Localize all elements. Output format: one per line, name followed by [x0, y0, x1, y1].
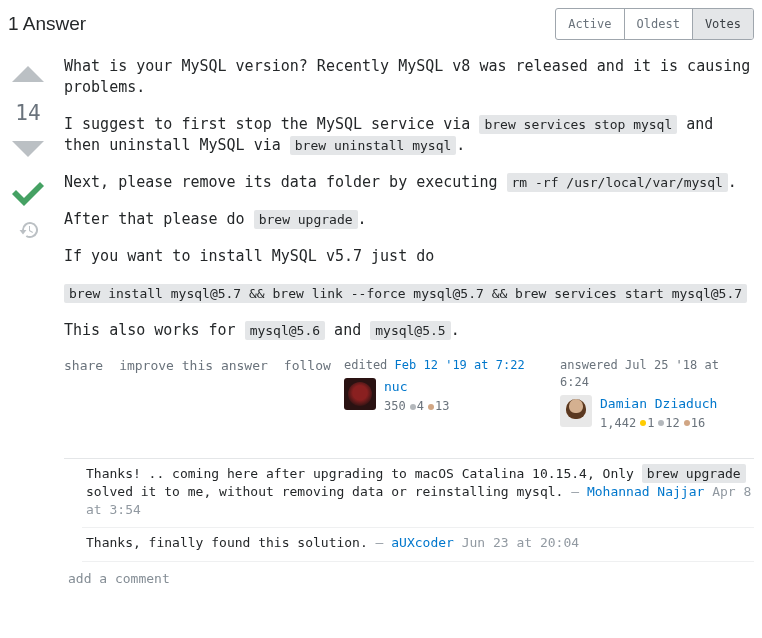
- downvote-button[interactable]: [10, 131, 46, 170]
- improve-link[interactable]: improve this answer: [119, 357, 268, 375]
- edit-date-link[interactable]: Feb 12 '19 at 7:22: [395, 358, 525, 372]
- author-name-link[interactable]: Damian Dziaduch: [600, 396, 717, 411]
- answer-post: 14 What is your MySQL version? Recently …: [8, 56, 754, 588]
- follow-link[interactable]: follow: [284, 357, 331, 375]
- add-comment-link[interactable]: add a comment: [64, 562, 754, 588]
- sort-tabs: Active Oldest Votes: [555, 8, 754, 40]
- paragraph: I suggest to first stop the MySQL servic…: [64, 114, 754, 156]
- comment: Thanks, finally found this solution. — a…: [82, 528, 754, 561]
- tab-votes[interactable]: Votes: [693, 9, 753, 39]
- inline-code: mysql@5.5: [370, 321, 450, 340]
- accepted-check-icon: [10, 176, 46, 215]
- share-link[interactable]: share: [64, 357, 103, 375]
- inline-code: brew uninstall mysql: [290, 136, 457, 155]
- paragraph: After that please do brew upgrade.: [64, 209, 754, 230]
- answers-heading: 1 Answer: [8, 13, 86, 35]
- answer-body: What is your MySQL version? Recently MyS…: [64, 56, 754, 588]
- paragraph: If you want to install MySQL v5.7 just d…: [64, 246, 754, 267]
- avatar[interactable]: [560, 395, 592, 427]
- comment-date: Jun 23 at 20:04: [462, 535, 579, 550]
- tab-active[interactable]: Active: [556, 9, 624, 39]
- upvote-button[interactable]: [10, 56, 46, 95]
- paragraph: Next, please remove its data folder by e…: [64, 172, 754, 193]
- comment: Thanks! .. coming here after upgrading t…: [82, 459, 754, 529]
- comments-list: Thanks! .. coming here after upgrading t…: [64, 458, 754, 562]
- paragraph: What is your MySQL version? Recently MyS…: [64, 56, 754, 98]
- inline-code: brew services stop mysql: [479, 115, 677, 134]
- editor-name-link[interactable]: nuc: [384, 379, 407, 394]
- author-rep: 1,44211216: [600, 415, 717, 432]
- avatar[interactable]: [344, 378, 376, 410]
- inline-code: brew upgrade: [642, 464, 746, 483]
- inline-code: mysql@5.6: [245, 321, 325, 340]
- vote-cell: 14: [8, 56, 48, 588]
- author-signature: answered Jul 25 '18 at 6:24 Damian Dziad…: [554, 351, 754, 438]
- comment-user-link[interactable]: Mohannad Najjar: [587, 484, 704, 499]
- editor-signature: edited Feb 12 '19 at 7:22 nuc 350413: [338, 351, 538, 438]
- vote-score: 14: [15, 101, 40, 125]
- history-icon[interactable]: [19, 221, 38, 242]
- inline-code: rm -rf /usr/local/var/mysql: [507, 173, 728, 192]
- tab-oldest[interactable]: Oldest: [625, 9, 693, 39]
- paragraph: This also works for mysql@5.6 and mysql@…: [64, 320, 754, 341]
- paragraph: brew install mysql@5.7 && brew link --fo…: [64, 283, 754, 304]
- inline-code: brew upgrade: [254, 210, 358, 229]
- editor-rep: 350413: [384, 398, 449, 415]
- comment-user-link[interactable]: aUXcoder: [391, 535, 454, 550]
- inline-code: brew install mysql@5.7 && brew link --fo…: [64, 284, 747, 303]
